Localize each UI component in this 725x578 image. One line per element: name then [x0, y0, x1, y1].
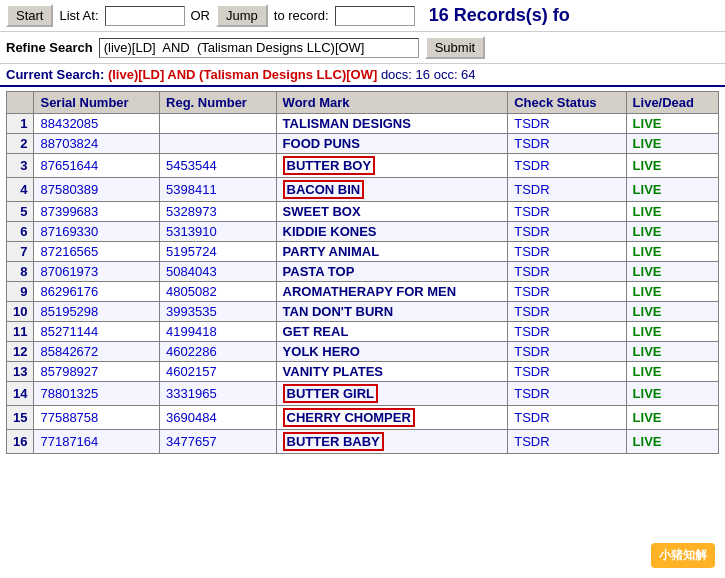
- start-button[interactable]: Start: [6, 4, 53, 27]
- reg-link[interactable]: 4805082: [166, 284, 217, 299]
- reg-number[interactable]: 5398411: [160, 178, 277, 202]
- serial-link[interactable]: 86296176: [40, 284, 98, 299]
- check-status[interactable]: TSDR: [508, 302, 626, 322]
- tsdr-link[interactable]: TSDR: [514, 364, 549, 379]
- reg-number[interactable]: 5195724: [160, 242, 277, 262]
- serial-link[interactable]: 87216565: [40, 244, 98, 259]
- serial-number[interactable]: 87216565: [34, 242, 160, 262]
- row-number: 5: [7, 202, 34, 222]
- check-status[interactable]: TSDR: [508, 362, 626, 382]
- serial-number[interactable]: 86296176: [34, 282, 160, 302]
- serial-link[interactable]: 87169330: [40, 224, 98, 239]
- check-status[interactable]: TSDR: [508, 114, 626, 134]
- reg-link[interactable]: 5313910: [166, 224, 217, 239]
- to-record-input[interactable]: [335, 6, 415, 26]
- serial-number[interactable]: 87061973: [34, 262, 160, 282]
- tsdr-link[interactable]: TSDR: [514, 244, 549, 259]
- serial-number[interactable]: 87651644: [34, 154, 160, 178]
- reg-number[interactable]: 5453544: [160, 154, 277, 178]
- tsdr-link[interactable]: TSDR: [514, 116, 549, 131]
- reg-number[interactable]: 4602286: [160, 342, 277, 362]
- reg-link[interactable]: 3993535: [166, 304, 217, 319]
- serial-link[interactable]: 77588758: [40, 410, 98, 425]
- reg-number[interactable]: 5328973: [160, 202, 277, 222]
- reg-link[interactable]: 4602157: [166, 364, 217, 379]
- reg-link[interactable]: 5084043: [166, 264, 217, 279]
- tsdr-link[interactable]: TSDR: [514, 224, 549, 239]
- jump-button[interactable]: Jump: [216, 4, 268, 27]
- refine-input[interactable]: [99, 38, 419, 58]
- tsdr-link[interactable]: TSDR: [514, 304, 549, 319]
- tsdr-link[interactable]: TSDR: [514, 344, 549, 359]
- reg-link[interactable]: 5195724: [166, 244, 217, 259]
- tsdr-link[interactable]: TSDR: [514, 182, 549, 197]
- serial-number[interactable]: 85798927: [34, 362, 160, 382]
- serial-number[interactable]: 85195298: [34, 302, 160, 322]
- serial-link[interactable]: 87580389: [40, 182, 98, 197]
- serial-link[interactable]: 77187164: [40, 434, 98, 449]
- serial-link[interactable]: 78801325: [40, 386, 98, 401]
- tsdr-link[interactable]: TSDR: [514, 204, 549, 219]
- submit-button[interactable]: Submit: [425, 36, 485, 59]
- check-status[interactable]: TSDR: [508, 178, 626, 202]
- serial-number[interactable]: 77187164: [34, 430, 160, 454]
- check-status[interactable]: TSDR: [508, 242, 626, 262]
- check-status[interactable]: TSDR: [508, 134, 626, 154]
- serial-number[interactable]: 88432085: [34, 114, 160, 134]
- reg-number[interactable]: 3331965: [160, 382, 277, 406]
- live-dead-status: LIVE: [626, 242, 718, 262]
- check-status[interactable]: TSDR: [508, 222, 626, 242]
- reg-link[interactable]: 3331965: [166, 386, 217, 401]
- reg-number[interactable]: 5313910: [160, 222, 277, 242]
- check-status[interactable]: TSDR: [508, 342, 626, 362]
- serial-number[interactable]: 88703824: [34, 134, 160, 154]
- serial-link[interactable]: 87399683: [40, 204, 98, 219]
- serial-number[interactable]: 85842672: [34, 342, 160, 362]
- tsdr-link[interactable]: TSDR: [514, 386, 549, 401]
- reg-number[interactable]: 3993535: [160, 302, 277, 322]
- tsdr-link[interactable]: TSDR: [514, 136, 549, 151]
- serial-link[interactable]: 85842672: [40, 344, 98, 359]
- serial-link[interactable]: 88432085: [40, 116, 98, 131]
- serial-number[interactable]: 87399683: [34, 202, 160, 222]
- serial-number[interactable]: 87169330: [34, 222, 160, 242]
- serial-number[interactable]: 87580389: [34, 178, 160, 202]
- serial-number[interactable]: 78801325: [34, 382, 160, 406]
- reg-number[interactable]: 4199418: [160, 322, 277, 342]
- tsdr-link[interactable]: TSDR: [514, 434, 549, 449]
- serial-link[interactable]: 85271144: [40, 324, 98, 339]
- tsdr-link[interactable]: TSDR: [514, 410, 549, 425]
- reg-link[interactable]: 3690484: [166, 410, 217, 425]
- reg-number[interactable]: 5084043: [160, 262, 277, 282]
- check-status[interactable]: TSDR: [508, 202, 626, 222]
- serial-link[interactable]: 87651644: [40, 158, 98, 173]
- reg-link[interactable]: 5328973: [166, 204, 217, 219]
- serial-link[interactable]: 88703824: [40, 136, 98, 151]
- tsdr-link[interactable]: TSDR: [514, 324, 549, 339]
- check-status[interactable]: TSDR: [508, 406, 626, 430]
- tsdr-link[interactable]: TSDR: [514, 158, 549, 173]
- reg-link[interactable]: 4199418: [166, 324, 217, 339]
- reg-link[interactable]: 4602286: [166, 344, 217, 359]
- tsdr-link[interactable]: TSDR: [514, 264, 549, 279]
- reg-link[interactable]: 5453544: [166, 158, 217, 173]
- serial-number[interactable]: 77588758: [34, 406, 160, 430]
- reg-link[interactable]: 5398411: [166, 182, 217, 197]
- check-status[interactable]: TSDR: [508, 154, 626, 178]
- reg-link[interactable]: 3477657: [166, 434, 217, 449]
- tsdr-link[interactable]: TSDR: [514, 284, 549, 299]
- serial-link[interactable]: 85195298: [40, 304, 98, 319]
- check-status[interactable]: TSDR: [508, 382, 626, 406]
- serial-link[interactable]: 87061973: [40, 264, 98, 279]
- reg-number[interactable]: 4805082: [160, 282, 277, 302]
- check-status[interactable]: TSDR: [508, 430, 626, 454]
- serial-link[interactable]: 85798927: [40, 364, 98, 379]
- check-status[interactable]: TSDR: [508, 282, 626, 302]
- check-status[interactable]: TSDR: [508, 322, 626, 342]
- check-status[interactable]: TSDR: [508, 262, 626, 282]
- reg-number[interactable]: 4602157: [160, 362, 277, 382]
- serial-number[interactable]: 85271144: [34, 322, 160, 342]
- reg-number[interactable]: 3477657: [160, 430, 277, 454]
- reg-number[interactable]: 3690484: [160, 406, 277, 430]
- list-at-input[interactable]: [105, 6, 185, 26]
